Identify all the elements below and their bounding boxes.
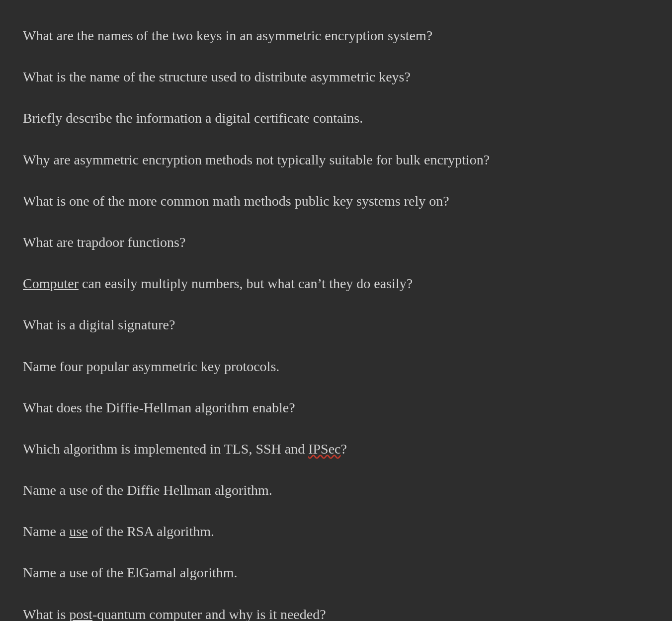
list-item: Which algorithm is implemented in TLS, S… [23,428,649,469]
list-item: Computer can easily multiply numbers, bu… [23,263,649,304]
inline-link[interactable]: use [69,524,87,539]
inline-link[interactable]: Computer [23,276,79,291]
list-item: What is post-quantum computer and why is… [23,594,649,621]
inline-link[interactable]: post [69,607,92,621]
list-item: Name a use of the RSA algorithm. [23,511,649,552]
list-item: What does the Diffie-Hellman algorithm e… [23,387,649,428]
list-item: What are the names of the two keys in an… [23,15,649,56]
list-item: Name four popular asymmetric key protoco… [23,346,649,387]
squiggly-text: IPSec [308,441,340,457]
list-item: What is one of the more common math meth… [23,180,649,222]
list-item: What is the name of the structure used t… [23,56,649,97]
list-item: What is a digital signature? [23,304,649,345]
list-item: Briefly describe the information a digit… [23,97,649,139]
list-item: What are trapdoor functions? [23,222,649,263]
list-item: Name a use of the ElGamal algorithm. [23,552,649,593]
list-item: Why are asymmetric encryption methods no… [23,139,649,180]
question-list: What are the names of the two keys in an… [23,15,649,621]
list-item: Name a use of the Diffie Hellman algorit… [23,469,649,511]
